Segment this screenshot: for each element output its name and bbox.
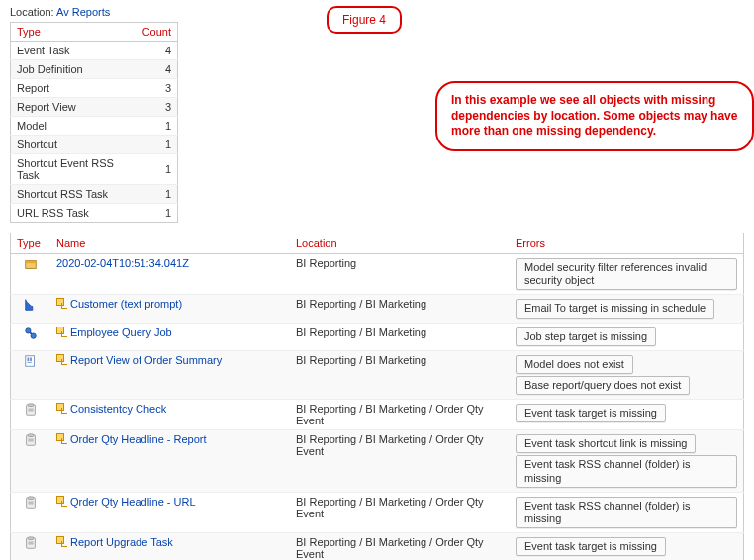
shortcut-overlay-icon — [56, 496, 66, 506]
summary-header-count: Count — [137, 23, 178, 42]
error-chip: Event task RSS channel (folder) is missi… — [516, 455, 737, 487]
summary-type: URL RSS Task — [11, 204, 137, 223]
shortcut-overlay-icon — [56, 354, 66, 364]
shortcut-overlay-icon — [56, 433, 66, 443]
object-link[interactable]: Order Qty Headline - Report — [70, 433, 207, 445]
summary-count: 4 — [137, 42, 178, 60]
summary-count: 1 — [137, 185, 178, 204]
object-link[interactable]: Report Upgrade Task — [70, 536, 173, 548]
object-link[interactable]: Employee Query Job — [70, 327, 172, 338]
summary-row: Model1 — [11, 117, 178, 136]
svg-rect-8 — [28, 357, 30, 361]
summary-row: Report View3 — [11, 98, 178, 117]
table-row: 2020-02-04T10:51:34.041ZBI ReportingMode… — [11, 254, 744, 295]
table-row: Order Qty Headline - ReportBI Reporting … — [11, 430, 744, 493]
event-task-icon — [24, 433, 38, 447]
grid-header-name: Name — [50, 233, 290, 254]
package-icon — [24, 257, 38, 271]
table-row: Customer (text prompt)BI Reporting / BI … — [11, 295, 744, 323]
summary-count: 3 — [137, 98, 178, 117]
model-icon — [24, 298, 38, 312]
summary-row: Shortcut Event RSS Task1 — [11, 154, 178, 185]
results-grid: Type Name Location Errors 2020-02-04T10:… — [10, 233, 744, 560]
summary-count: 1 — [137, 204, 178, 223]
summary-row: Job Definition4 — [11, 60, 178, 79]
summary-count: 1 — [137, 117, 178, 136]
error-chip: Job step target is missing — [516, 327, 656, 346]
object-link[interactable]: Consistentcy Check — [70, 403, 166, 415]
error-chip: Email To target is missing in schedule — [516, 299, 714, 318]
shortcut-overlay-icon — [56, 536, 66, 546]
report-view-icon — [24, 354, 38, 368]
summary-row: Event Task4 — [11, 42, 178, 60]
summary-type: Event Task — [11, 42, 137, 60]
object-link[interactable]: 2020-02-04T10:51:34.041Z — [56, 257, 189, 269]
summary-count: 1 — [137, 154, 178, 185]
table-row: Consistentcy CheckBI Reporting / BI Mark… — [11, 400, 744, 430]
summary-type: Report View — [11, 98, 137, 117]
svg-rect-9 — [30, 357, 32, 361]
summary-row: Report3 — [11, 79, 178, 98]
svg-rect-12 — [28, 404, 33, 407]
summary-type: Job Definition — [11, 60, 137, 79]
event-task-icon — [24, 496, 38, 510]
grid-header-type: Type — [11, 233, 51, 254]
row-location: BI Reporting / BI Marketing — [290, 323, 510, 350]
summary-count: 4 — [137, 60, 178, 79]
row-location: BI Reporting / BI Marketing / Order Qty … — [290, 533, 510, 560]
shortcut-overlay-icon — [56, 403, 66, 413]
location-link[interactable]: Av Reports — [56, 6, 110, 18]
svg-rect-16 — [28, 434, 33, 437]
event-task-icon — [24, 536, 38, 550]
error-chip: Base report/query does not exist — [516, 376, 690, 395]
error-chip: Event task target is missing — [516, 537, 666, 556]
summary-row: URL RSS Task1 — [11, 204, 178, 223]
error-chip: Model security filter references invalid… — [516, 258, 737, 290]
svg-rect-1 — [26, 261, 37, 264]
summary-table: Type Count Event Task4Job Definition4Rep… — [10, 22, 178, 223]
object-link[interactable]: Report View of Order Summary — [70, 354, 222, 366]
svg-rect-10 — [28, 362, 32, 363]
event-task-icon — [24, 403, 38, 417]
summary-type: Model — [11, 117, 137, 136]
summary-count: 3 — [137, 79, 178, 98]
shortcut-overlay-icon — [56, 327, 66, 336]
error-chip: Event task RSS channel (folder) is missi… — [516, 497, 737, 528]
summary-type: Shortcut Event RSS Task — [11, 154, 137, 185]
row-location: BI Reporting / BI Marketing / Order Qty … — [290, 430, 510, 493]
row-location: BI Reporting / BI Marketing / Order Qty … — [290, 400, 510, 430]
figure-label: Figure 4 — [327, 6, 402, 34]
location-label: Location: — [10, 6, 54, 18]
summary-type: Report — [11, 79, 137, 98]
table-row: Qrder Qty Headline - URLBI Reporting / B… — [11, 492, 744, 532]
error-chip: Model does not exist — [516, 355, 633, 374]
object-link[interactable]: Customer (text prompt) — [70, 298, 182, 310]
summary-row: Shortcut1 — [11, 136, 178, 154]
table-row: Employee Query JobBI Reporting / BI Mark… — [11, 323, 744, 350]
row-location: BI Reporting / BI Marketing — [290, 295, 510, 323]
grid-header-errors: Errors — [510, 233, 744, 254]
summary-row: Shortcut RSS Task1 — [11, 185, 178, 204]
row-location: BI Reporting / BI Marketing — [290, 350, 510, 399]
row-location: BI Reporting / BI Marketing / Order Qty … — [290, 492, 510, 532]
summary-count: 1 — [137, 136, 178, 154]
grid-header-location: Location — [290, 233, 510, 254]
annotation-note: In this example we see all objects with … — [435, 81, 754, 151]
svg-line-6 — [30, 332, 32, 334]
job-icon — [24, 327, 38, 340]
summary-type: Shortcut — [11, 136, 137, 154]
summary-header-type: Type — [11, 23, 137, 42]
shortcut-overlay-icon — [56, 298, 66, 308]
error-chip: Event task target is missing — [516, 404, 666, 422]
table-row: Report Upgrade TaskBI Reporting / BI Mar… — [11, 533, 744, 560]
table-row: Report View of Order SummaryBI Reporting… — [11, 350, 744, 399]
error-chip: Event task shortcut link is missing — [516, 434, 696, 453]
row-location: BI Reporting — [290, 254, 510, 295]
svg-rect-24 — [28, 537, 33, 540]
summary-type: Shortcut RSS Task — [11, 185, 137, 204]
object-link[interactable]: Qrder Qty Headline - URL — [70, 496, 196, 508]
svg-rect-20 — [28, 497, 33, 500]
